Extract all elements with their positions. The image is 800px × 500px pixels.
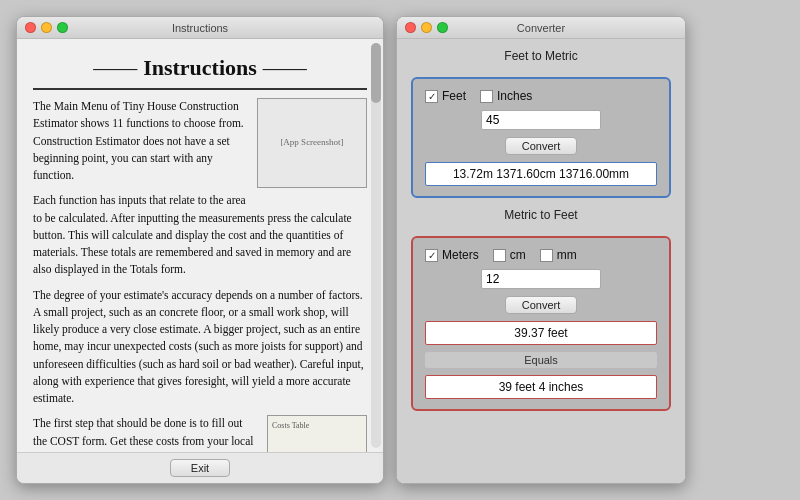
inches-checkbox[interactable] [480, 90, 493, 103]
converter-window: Converter Feet to Metric Feet Inches Con… [396, 16, 686, 484]
metric-to-feet-label: Metric to Feet [411, 208, 671, 222]
feet-to-metric-checkboxes: Feet Inches [425, 89, 657, 103]
converter-traffic-lights [405, 22, 448, 33]
cm-checkbox-item[interactable]: cm [493, 248, 526, 262]
instructions-heading: Instructions [33, 51, 367, 90]
converter-titlebar: Converter [397, 17, 685, 39]
minimize-button[interactable] [41, 22, 52, 33]
traffic-lights [25, 22, 68, 33]
meters-label: Meters [442, 248, 479, 262]
feet-input[interactable] [481, 110, 601, 130]
instructions-titlebar: Instructions [17, 17, 383, 39]
mm-label: mm [557, 248, 577, 262]
equals-label: Equals [425, 352, 657, 368]
exit-bar: Exit [17, 452, 383, 483]
instructions-para-2: Each function has inputs that relate to … [33, 192, 367, 278]
mm-checkbox-item[interactable]: mm [540, 248, 577, 262]
cm-label: cm [510, 248, 526, 262]
meters-checkbox[interactable] [425, 249, 438, 262]
metric-input[interactable] [481, 269, 601, 289]
feet-checkbox[interactable] [425, 90, 438, 103]
app-screenshot-image: [App Screenshot] [257, 98, 367, 188]
instructions-title-bar-label: Instructions [172, 22, 228, 34]
metric-to-feet-checkboxes: Meters cm mm [425, 248, 657, 262]
inches-checkbox-item[interactable]: Inches [480, 89, 532, 103]
inches-label: Inches [497, 89, 532, 103]
metric-to-feet-result: 39.37 feet [425, 321, 657, 345]
mm-checkbox[interactable] [540, 249, 553, 262]
converter-minimize-button[interactable] [421, 22, 432, 33]
metric-to-feet-label-wrapper: Metric to Feet [411, 208, 671, 226]
feet-label: Feet [442, 89, 466, 103]
feet-to-metric-label-wrapper: Feet to Metric [411, 49, 671, 67]
feet-checkbox-item[interactable]: Feet [425, 89, 466, 103]
converter-body: Feet to Metric Feet Inches Convert 13.72… [397, 39, 685, 483]
converter-title-bar-label: Converter [517, 22, 565, 34]
costs-table-image: Costs Table [267, 415, 367, 452]
instructions-window: Instructions Instructions [App Screensho… [16, 16, 384, 484]
metric-convert-button[interactable]: Convert [505, 296, 578, 314]
metric-to-feet-section: Meters cm mm Convert 39.37 feet Equals 3… [411, 236, 671, 411]
scrollbar-thumb[interactable] [371, 43, 381, 103]
feet-to-metric-result: 13.72m 1371.60cm 13716.00mm [425, 162, 657, 186]
instructions-para-3: The degree of your estimate's accuracy d… [33, 287, 367, 408]
meters-checkbox-item[interactable]: Meters [425, 248, 479, 262]
feet-to-metric-section: Feet Inches Convert 13.72m 1371.60cm 137… [411, 77, 671, 198]
equals-result: 39 feet 4 inches [425, 375, 657, 399]
feet-to-metric-label: Feet to Metric [411, 49, 671, 63]
maximize-button[interactable] [57, 22, 68, 33]
instructions-body: Instructions [App Screenshot] The Main M… [17, 39, 383, 452]
cm-checkbox[interactable] [493, 249, 506, 262]
close-button[interactable] [25, 22, 36, 33]
exit-button[interactable]: Exit [170, 459, 230, 477]
scrollbar-track[interactable] [371, 43, 381, 448]
feet-convert-button[interactable]: Convert [505, 137, 578, 155]
converter-maximize-button[interactable] [437, 22, 448, 33]
converter-close-button[interactable] [405, 22, 416, 33]
